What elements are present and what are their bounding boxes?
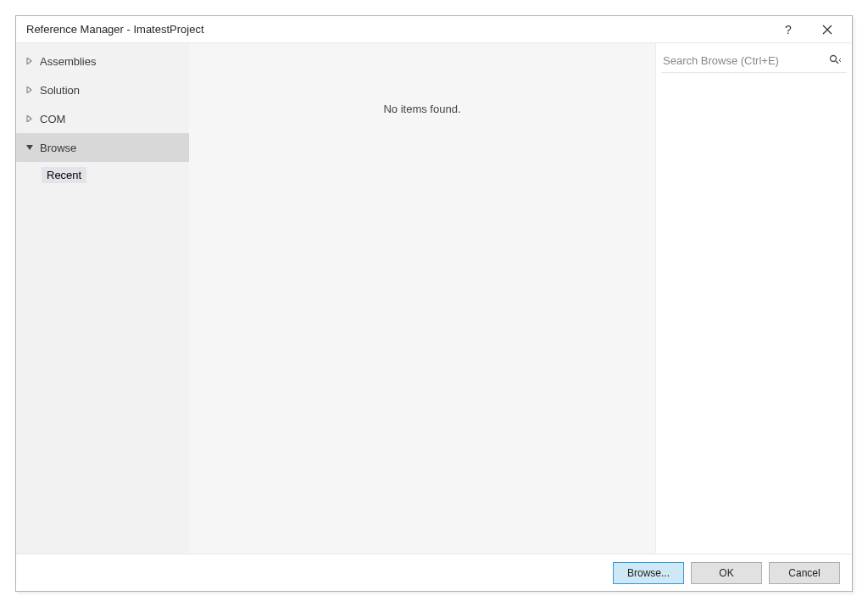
divider <box>661 72 847 73</box>
close-button[interactable] <box>808 17 847 42</box>
chevron-right-icon <box>25 85 35 95</box>
sidebar-item-label: Assemblies <box>40 55 96 68</box>
sidebar-subitem-label: Recent <box>42 167 86 183</box>
sidebar-item-label: COM <box>40 113 65 125</box>
sidebar-item-assemblies[interactable]: Assemblies <box>16 47 189 75</box>
reference-manager-dialog: Reference Manager - ImatestProject ? Ass… <box>15 15 853 592</box>
help-button[interactable]: ? <box>769 17 808 42</box>
svg-point-2 <box>831 56 837 62</box>
sidebar-item-label: Browse <box>40 142 76 154</box>
cancel-button[interactable]: Cancel <box>769 562 840 584</box>
dialog-title: Reference Manager - ImatestProject <box>26 23 769 36</box>
chevron-right-icon <box>25 114 35 124</box>
sidebar-item-browse[interactable]: Browse <box>16 133 189 162</box>
chevron-down-icon <box>25 142 35 153</box>
footer: Browse... OK Cancel <box>16 554 852 591</box>
titlebar: Reference Manager - ImatestProject ? <box>16 16 852 43</box>
sidebar-item-label: Solution <box>40 84 80 97</box>
sidebar-item-solution[interactable]: Solution <box>16 75 189 104</box>
search-icon[interactable] <box>825 54 847 66</box>
empty-message: No items found. <box>383 103 460 115</box>
sidebar: Assemblies Solution COM Browse <box>16 43 189 554</box>
main-content: No items found. <box>189 43 655 554</box>
sidebar-item-com[interactable]: COM <box>16 104 189 133</box>
browse-button[interactable]: Browse... <box>613 562 684 584</box>
dialog-body: Assemblies Solution COM Browse <box>16 43 852 554</box>
chevron-right-icon <box>25 56 35 66</box>
sidebar-subitem-recent[interactable]: Recent <box>16 162 189 187</box>
right-panel <box>655 43 852 554</box>
close-icon <box>822 25 832 35</box>
svg-line-3 <box>836 61 838 64</box>
ok-button[interactable]: OK <box>691 562 762 584</box>
search-box[interactable] <box>661 48 847 72</box>
search-input[interactable] <box>661 51 825 70</box>
